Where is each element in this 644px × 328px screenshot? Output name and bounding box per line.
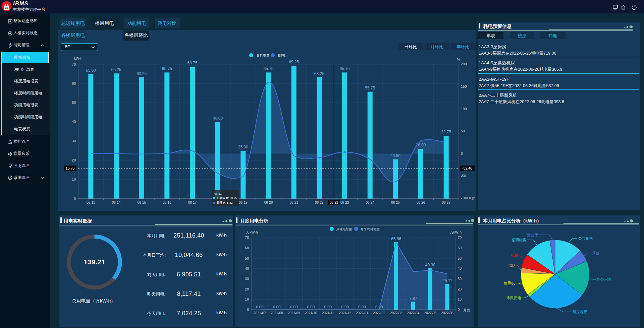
svg-text:日环比: 5.32: 日环比: 5.32: [217, 201, 232, 204]
svg-text:日耗电量: 69.25: 日耗电量: 69.25: [217, 196, 237, 200]
svg-text:06-21: 06-21: [214, 192, 222, 195]
